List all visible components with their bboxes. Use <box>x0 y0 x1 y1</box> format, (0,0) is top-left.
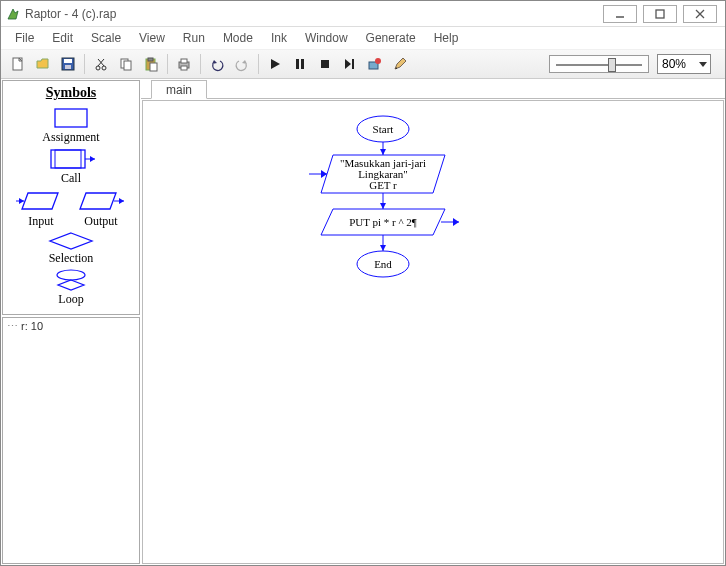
symbol-assignment[interactable]: Assignment <box>42 106 99 145</box>
open-button[interactable] <box>32 53 54 75</box>
play-button[interactable] <box>264 53 286 75</box>
svg-point-32 <box>57 270 85 280</box>
variable-entry: r: 10 <box>7 320 135 333</box>
variables-panel[interactable]: r: 10 <box>2 317 140 564</box>
chevron-down-icon <box>699 62 707 67</box>
svg-rect-22 <box>321 60 329 68</box>
symbol-label: Input <box>28 214 53 229</box>
tab-main[interactable]: main <box>151 80 207 99</box>
tabstrip: main <box>141 79 725 99</box>
flow-start-label: Start <box>373 123 394 135</box>
print-button[interactable] <box>173 53 195 75</box>
zoom-select[interactable]: 80% <box>657 54 711 74</box>
toolbar-separator <box>258 54 259 74</box>
maximize-button[interactable] <box>643 5 677 23</box>
svg-point-8 <box>96 66 100 70</box>
left-panel: Symbols Assignment Call Input <box>1 79 141 565</box>
svg-rect-6 <box>64 59 72 63</box>
menu-mode[interactable]: Mode <box>215 29 261 47</box>
menu-edit[interactable]: Edit <box>44 29 81 47</box>
menu-run[interactable]: Run <box>175 29 213 47</box>
new-button[interactable] <box>7 53 29 75</box>
svg-rect-7 <box>65 65 71 69</box>
flow-input-l3: GET r <box>369 179 397 191</box>
symbol-loop[interactable]: Loop <box>46 268 96 307</box>
workspace: main Start "Masukkan jari-jari Lingkaran… <box>141 79 725 565</box>
pause-button[interactable] <box>289 53 311 75</box>
cut-button[interactable] <box>90 53 112 75</box>
save-button[interactable] <box>57 53 79 75</box>
toolbar-separator <box>84 54 85 74</box>
menu-ink[interactable]: Ink <box>263 29 295 47</box>
menu-window[interactable]: Window <box>297 29 356 47</box>
svg-rect-28 <box>55 150 81 168</box>
raptor-app-icon <box>5 6 21 22</box>
symbol-call[interactable]: Call <box>43 147 99 186</box>
body-area: Symbols Assignment Call Input <box>1 79 725 565</box>
menu-help[interactable]: Help <box>426 29 467 47</box>
zoom-value: 80% <box>662 57 686 71</box>
toolbar-separator <box>167 54 168 74</box>
svg-point-25 <box>375 58 381 64</box>
menubar: File Edit Scale View Run Mode Ink Window… <box>1 27 725 49</box>
symbol-selection[interactable]: Selection <box>46 231 96 266</box>
svg-rect-23 <box>352 59 354 69</box>
symbol-label: Assignment <box>42 130 99 145</box>
menu-view[interactable]: View <box>131 29 173 47</box>
toolbar: 80% <box>1 49 725 79</box>
menu-generate[interactable]: Generate <box>358 29 424 47</box>
svg-rect-15 <box>148 58 153 61</box>
step-button[interactable] <box>339 53 361 75</box>
app-window: Raptor - 4 (c).rap File Edit Scale View … <box>0 0 726 566</box>
svg-rect-26 <box>55 109 87 127</box>
speed-slider[interactable] <box>549 55 649 73</box>
flow-end-label: End <box>374 258 392 270</box>
menu-file[interactable]: File <box>7 29 42 47</box>
symbol-label: Loop <box>58 292 83 307</box>
flow-output-l1: PUT pi * r ^ 2¶ <box>349 216 417 228</box>
copy-button[interactable] <box>115 53 137 75</box>
pen-button[interactable] <box>389 53 411 75</box>
svg-rect-19 <box>181 66 187 70</box>
svg-rect-16 <box>150 63 157 71</box>
svg-rect-1 <box>656 10 664 18</box>
speed-zoom-zone: 80% <box>549 54 719 74</box>
symbol-label: Call <box>61 171 81 186</box>
symbol-output[interactable]: Output <box>74 188 128 229</box>
undo-button[interactable] <box>206 53 228 75</box>
minimize-button[interactable] <box>603 5 637 23</box>
menu-scale[interactable]: Scale <box>83 29 129 47</box>
symbols-palette: Symbols Assignment Call Input <box>2 80 140 315</box>
toolbar-separator <box>200 54 201 74</box>
svg-rect-27 <box>51 150 85 168</box>
titlebar: Raptor - 4 (c).rap <box>1 1 725 27</box>
svg-rect-18 <box>181 59 187 63</box>
flowchart-svg: Start "Masukkan jari-jari Lingkaran" GET… <box>183 111 583 371</box>
breakpoint-button[interactable] <box>364 53 386 75</box>
symbol-input[interactable]: Input <box>14 188 68 229</box>
window-title: Raptor - 4 (c).rap <box>25 7 603 21</box>
symbols-title: Symbols <box>46 85 97 101</box>
redo-button[interactable] <box>231 53 253 75</box>
stop-button[interactable] <box>314 53 336 75</box>
paste-button[interactable] <box>140 53 162 75</box>
close-button[interactable] <box>683 5 717 23</box>
svg-point-9 <box>102 66 106 70</box>
flowchart-canvas[interactable]: Start "Masukkan jari-jari Lingkaran" GET… <box>142 100 724 564</box>
svg-rect-20 <box>296 59 299 69</box>
svg-rect-21 <box>301 59 304 69</box>
window-controls <box>603 5 717 23</box>
svg-rect-13 <box>124 61 131 70</box>
symbol-label: Selection <box>49 251 94 266</box>
symbol-label: Output <box>84 214 117 229</box>
